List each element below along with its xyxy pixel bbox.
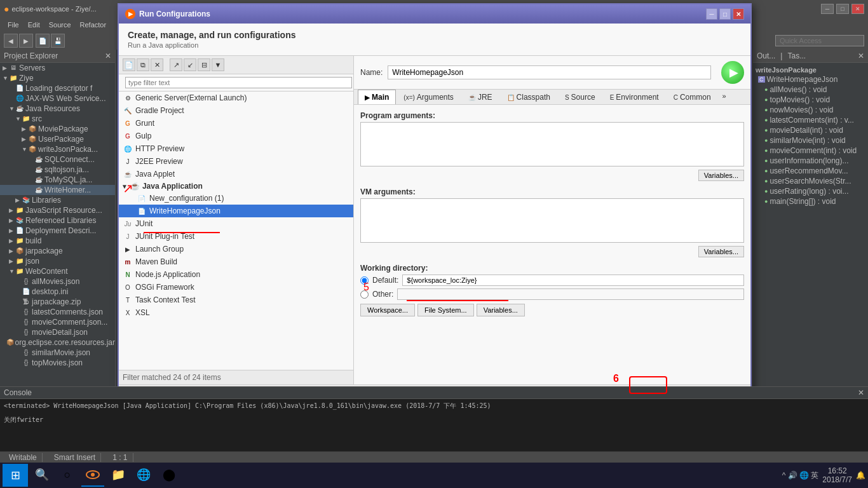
- config-item-junit-plugin[interactable]: J JUnit Plug-in Test: [119, 230, 353, 243]
- other-dir-input[interactable]: [397, 288, 744, 300]
- taskbar-edge[interactable]: 🌐: [132, 464, 155, 487]
- tree-item-jarpackage[interactable]: ▶ 📦 jarpackage: [0, 246, 115, 256]
- taskbar-chrome[interactable]: ⬤: [158, 464, 180, 487]
- minimize-button[interactable]: ─: [821, 4, 834, 14]
- outline-item-topmovies[interactable]: ● topMovies() : void: [756, 95, 865, 105]
- start-button[interactable]: ⊞: [3, 464, 28, 487]
- outline-item-moviedetail[interactable]: ● movieDetail(int) : void: [756, 125, 865, 135]
- tree-item-jarzip[interactable]: 🗜 jarpackage.zip: [0, 297, 115, 307]
- default-radio[interactable]: [360, 276, 369, 285]
- taskbar-eclipse[interactable]: [81, 464, 104, 487]
- config-item-launch-group[interactable]: ▶ Launch Group: [119, 243, 353, 255]
- console-close[interactable]: ✕: [858, 388, 864, 397]
- taskbar-file-explorer[interactable]: 📁: [107, 464, 130, 487]
- tree-item-sqlconnect[interactable]: ☕ SQLConnect...: [0, 154, 115, 165]
- tab-arguments[interactable]: (x=) Arguments: [397, 90, 461, 104]
- tree-item-java-resources[interactable]: ▼ ☕ Java Resources: [0, 104, 115, 114]
- filter-button[interactable]: ▼: [212, 58, 224, 71]
- collapse-button[interactable]: ⊟: [198, 58, 210, 71]
- taskbar-search[interactable]: 🔍: [31, 464, 53, 487]
- tree-item-tomysql[interactable]: ☕ ToMySQL.ja...: [0, 175, 115, 185]
- tree-item-build[interactable]: ▶ 📁 build: [0, 236, 115, 246]
- outline-item-usersearch[interactable]: ● userSearchMovies(Str...: [756, 176, 865, 186]
- config-section-java-app[interactable]: ▼ ☕ Java Application: [119, 180, 353, 192]
- tree-item-ziye[interactable]: ▼ 📁 Ziye: [0, 73, 115, 83]
- file-system-button[interactable]: File System...: [417, 304, 474, 316]
- config-item-grunt[interactable]: G Grunt: [119, 117, 353, 130]
- tree-item-servers[interactable]: ▶ 🖥 Servers: [0, 63, 115, 73]
- menu-source[interactable]: Source: [45, 20, 75, 30]
- tree-item-writehomer[interactable]: ☕ WriteHomer...: [0, 185, 115, 195]
- dialog-maximize[interactable]: □: [719, 8, 731, 20]
- import-button[interactable]: ↙: [184, 58, 196, 71]
- menu-file[interactable]: File: [4, 20, 23, 30]
- vm-variables-button[interactable]: Variables...: [698, 246, 744, 257]
- default-dir-input[interactable]: [402, 274, 744, 286]
- notification-icon[interactable]: 🔔: [856, 471, 865, 480]
- program-args-input[interactable]: [360, 122, 744, 166]
- outline-item-userrating[interactable]: ● userRating(long) : voi...: [756, 186, 865, 196]
- tree-item-reflibs[interactable]: ▶ 📚 Referenced Libraries: [0, 215, 115, 226]
- dialog-close[interactable]: ✕: [733, 8, 744, 20]
- tree-item-org-eclipse[interactable]: 📦 org.eclipse.core.resources.jar: [0, 337, 115, 348]
- delete-button[interactable]: ✕: [151, 58, 163, 71]
- tree-item-moviepackage[interactable]: ▶ 📦 MoviePackage: [0, 124, 115, 134]
- config-item-nodejs[interactable]: N Node.js Application: [119, 268, 353, 281]
- close-button[interactable]: ✕: [851, 4, 864, 14]
- outline-item-class[interactable]: C WriteHomepageJson: [756, 74, 865, 85]
- tree-item-deployment[interactable]: ▶ 📄 Deployment Descri...: [0, 226, 115, 236]
- outline-item-userinfo[interactable]: ● userInformation(long)...: [756, 156, 865, 166]
- tab-overflow[interactable]: »: [719, 90, 730, 104]
- maximize-button[interactable]: □: [836, 4, 849, 14]
- tree-item-userpackage[interactable]: ▶ 📦 UserPackage: [0, 134, 115, 144]
- config-item-osgi[interactable]: O OSGi Framework: [119, 281, 353, 294]
- outline-item-main[interactable]: ● main(String[]) : void: [756, 196, 865, 207]
- back-button[interactable]: ◀: [4, 34, 18, 48]
- outline-item-moviecomment[interactable]: ● movieComment(int) : void: [756, 146, 865, 156]
- tree-item-jaxws[interactable]: 🌐 JAX-WS Web Service...: [0, 93, 115, 104]
- config-item-junit[interactable]: Ju JUnit: [119, 217, 353, 230]
- name-input[interactable]: [388, 65, 711, 79]
- outline-item-nowmovies[interactable]: ● nowMovies() : void: [756, 105, 865, 115]
- tree-item-moviecomment[interactable]: {} movieComment.json...: [0, 317, 115, 327]
- config-filter-input[interactable]: [125, 77, 352, 88]
- new-config-button[interactable]: 📄: [123, 58, 135, 71]
- save-button[interactable]: 💾: [51, 34, 65, 48]
- config-item-xsl[interactable]: X XSL: [119, 306, 353, 319]
- tree-item-desktopini[interactable]: 📄 desktop.ini: [0, 287, 115, 297]
- config-item-generic[interactable]: ⚙ Generic Server(External Launch): [119, 92, 353, 104]
- tree-item-latestcomments[interactable]: {} latestComments.json: [0, 307, 115, 317]
- outline-item-similarmovie[interactable]: ● similarMovie(int) : void: [756, 135, 865, 146]
- config-item-writehomepage[interactable]: 📄 WriteHomepageJson: [119, 205, 353, 217]
- config-item-gradle[interactable]: 🔨 Gradle Project: [119, 104, 353, 117]
- tree-item-allmovies[interactable]: {} allMovies.json: [0, 276, 115, 287]
- tab-jre[interactable]: ☕ JRE: [461, 90, 499, 104]
- outline-item-allmovies[interactable]: ● allMovies() : void: [756, 85, 865, 95]
- tab-classpath[interactable]: 📋 Classpath: [500, 90, 557, 104]
- new-button[interactable]: 📄: [36, 34, 50, 48]
- config-item-http[interactable]: 🌐 HTTP Preview: [119, 142, 353, 155]
- tab-source[interactable]: S Source: [558, 90, 602, 104]
- other-radio[interactable]: [360, 290, 369, 299]
- outline-item-latestcomments[interactable]: ● latestComments(int) : v...: [756, 115, 865, 125]
- tree-item-loading[interactable]: 📄 Loading descriptor f: [0, 83, 115, 93]
- menu-refactor[interactable]: Refactor: [76, 20, 111, 30]
- tab-main[interactable]: ▶ Main: [358, 90, 396, 104]
- tree-item-writejson[interactable]: ▼ 📦 writeJsonPacka...: [0, 144, 115, 154]
- duplicate-button[interactable]: ⧉: [137, 58, 149, 71]
- program-variables-button[interactable]: Variables...: [698, 170, 744, 181]
- taskbar-cortana[interactable]: ○: [56, 464, 79, 487]
- config-item-j2ee[interactable]: J J2EE Preview: [119, 155, 353, 168]
- tree-item-src[interactable]: ▼ 📁 src: [0, 114, 115, 124]
- menu-edit[interactable]: Edit: [24, 20, 44, 30]
- config-item-maven[interactable]: m Maven Build: [119, 255, 353, 268]
- config-item-gulp[interactable]: G Gulp: [119, 130, 353, 142]
- dialog-minimize[interactable]: ─: [706, 8, 717, 20]
- export-button[interactable]: ↗: [170, 58, 182, 71]
- vm-args-input[interactable]: [360, 198, 744, 243]
- tab-common[interactable]: C Common: [667, 90, 718, 104]
- quick-access-input[interactable]: [775, 35, 864, 46]
- tree-item-similarmovie[interactable]: {} similarMovie.json: [0, 348, 115, 358]
- workspace-button[interactable]: Workspace...: [360, 304, 415, 316]
- config-item-applet[interactable]: ☕ Java Applet: [119, 168, 353, 180]
